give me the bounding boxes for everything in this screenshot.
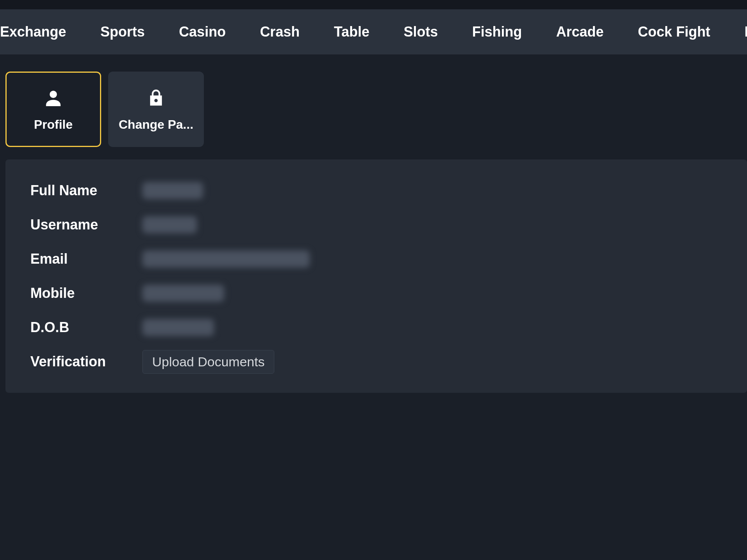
nav-table[interactable]: Table	[317, 24, 386, 40]
person-icon	[42, 87, 64, 109]
main-nav: Exchange Sports Casino Crash Table Slots…	[0, 9, 747, 54]
value-dob	[142, 319, 214, 336]
nav-racing[interactable]: Rac	[728, 24, 747, 40]
tab-change-password-label: Change Pa...	[119, 117, 193, 132]
svg-point-0	[50, 91, 57, 98]
nav-cock-fight[interactable]: Cock Fight	[621, 24, 728, 40]
label-email: Email	[30, 251, 142, 267]
nav-exchange[interactable]: Exchange	[0, 24, 83, 40]
profile-panel: Full Name Username Email Mobile D.O.B Ve…	[5, 159, 747, 393]
label-full-name: Full Name	[30, 182, 142, 199]
top-bar	[0, 0, 747, 9]
nav-casino[interactable]: Casino	[162, 24, 243, 40]
tab-profile-label: Profile	[34, 117, 73, 132]
label-dob: D.O.B	[30, 319, 142, 336]
lock-icon	[145, 87, 167, 109]
row-email: Email	[30, 242, 722, 276]
label-verification: Verification	[30, 354, 142, 370]
nav-arcade[interactable]: Arcade	[539, 24, 621, 40]
row-full-name: Full Name	[30, 173, 722, 208]
nav-crash[interactable]: Crash	[243, 24, 317, 40]
row-mobile: Mobile	[30, 276, 722, 310]
value-username	[142, 216, 197, 233]
nav-sports[interactable]: Sports	[83, 24, 162, 40]
value-email	[142, 250, 310, 268]
value-mobile	[142, 285, 224, 302]
nav-fishing[interactable]: Fishing	[455, 24, 539, 40]
label-mobile: Mobile	[30, 285, 142, 301]
content-area: Profile Change Pa... Full Name Username …	[0, 54, 747, 393]
row-username: Username	[30, 208, 722, 242]
label-username: Username	[30, 217, 142, 233]
row-dob: D.O.B	[30, 310, 722, 345]
upload-documents-button[interactable]: Upload Documents	[142, 350, 274, 374]
tab-change-password[interactable]: Change Pa...	[108, 72, 204, 147]
nav-slots[interactable]: Slots	[387, 24, 455, 40]
row-verification: Verification Upload Documents	[30, 345, 722, 379]
tabs-container: Profile Change Pa...	[5, 72, 747, 147]
value-full-name	[142, 182, 203, 199]
tab-profile[interactable]: Profile	[5, 72, 101, 147]
